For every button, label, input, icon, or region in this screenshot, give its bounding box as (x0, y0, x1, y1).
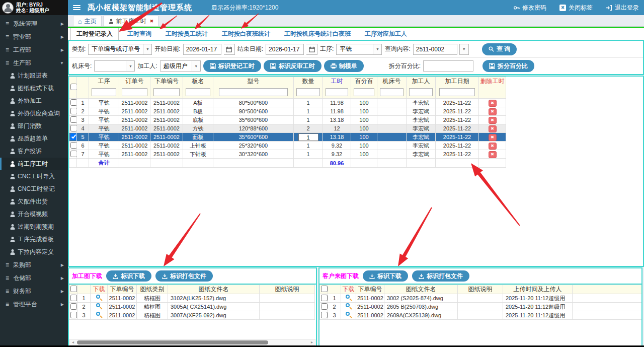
column-filter-input[interactable] (122, 88, 147, 96)
select-all-checkbox[interactable] (70, 84, 77, 90)
sidebar-item[interactable]: ≡ 开合模视频 (0, 208, 68, 221)
sidebar-item[interactable]: ≡ 工序完成看板 (0, 233, 68, 246)
download-marked-button[interactable]: 标识下载 (106, 270, 151, 282)
package-marked-button[interactable]: 标识打包文件 (155, 270, 213, 282)
preview-magnifier-icon[interactable] (96, 303, 102, 309)
row-checkbox[interactable] (321, 312, 328, 318)
sidebar-item[interactable]: ≡ 外协供应商查询 (0, 107, 68, 120)
subtab[interactable]: 工时按机床号统计白夜班 (279, 28, 356, 40)
file-row[interactable]: 3 2511-0002 精框图 3007A(XF25-092).dwg (69, 311, 315, 320)
column-filter-input[interactable] (219, 88, 287, 96)
table-row[interactable]: 2 平铣 2511-0002 2511-0002 B板 90*500*600 1… (69, 107, 506, 116)
row-checkbox[interactable] (70, 312, 77, 318)
sidebar-item[interactable]: ≡ 采购部 ▶ (0, 258, 68, 271)
row-checkbox[interactable] (321, 295, 328, 301)
row-checkbox[interactable] (70, 142, 77, 149)
column-filter-input[interactable] (409, 88, 433, 96)
column-filter-input[interactable] (326, 88, 348, 96)
delete-row-button[interactable]: ✖ (489, 151, 497, 158)
download-marked-button[interactable]: 标识下载 (363, 270, 408, 282)
column-filter-input[interactable] (92, 88, 116, 96)
column-filter-input[interactable] (354, 88, 374, 96)
sidebar-item[interactable]: ≡ 客户投诉 (0, 145, 68, 158)
query-content-dropdown[interactable]: ▼ (459, 44, 469, 55)
calendar-icon[interactable] (224, 44, 235, 55)
mold-sheet-button[interactable]: 制模单 (324, 60, 364, 72)
logout-link[interactable]: 退出登录 (606, 4, 639, 12)
end-date-input[interactable] (266, 44, 304, 55)
sidebar-item[interactable]: ≡ 工程部 ▶ (0, 43, 68, 56)
row-checkbox[interactable] (70, 151, 77, 157)
delete-row-button[interactable]: ✖ (489, 108, 497, 115)
sidebar-item[interactable]: ≡ 管理平台 ▶ (0, 298, 68, 311)
sidebar-item[interactable]: ≡ 图纸程式下载 (0, 82, 68, 95)
sidebar-item[interactable]: ≡ 下拉内容定义 (0, 246, 68, 258)
tab-home[interactable]: ⌂ 主页 (73, 16, 102, 26)
table-row[interactable]: 1 平铣 2511-0002 2511-0002 A板 80*500*600 1… (69, 99, 506, 107)
subtab[interactable]: 工序对应加工人 (359, 28, 413, 40)
select-all-checkbox[interactable] (321, 286, 328, 292)
table-row[interactable]: 4 平铣 2511-0002 2511-0002 方铁 120*88*600 2… (69, 124, 506, 133)
scroll-right-icon[interactable]: ► (309, 339, 315, 345)
preview-magnifier-icon[interactable] (346, 303, 352, 309)
sidebar-item[interactable]: ≡ 财务部 ▶ (0, 285, 68, 298)
file-row[interactable]: 1 2511-0002 3002 (S2025-874).dwg 2025-11… (320, 294, 642, 303)
sidebar-item[interactable]: ≡ 前工序工时 (0, 158, 68, 170)
delete-row-button[interactable]: ✖ (489, 125, 497, 132)
sidebar-item[interactable]: ≡ 部门消数 (0, 120, 68, 132)
file-row[interactable]: 2 2511-0002 2605 B(250703).dwg 2025-11-2… (320, 303, 642, 311)
file-row[interactable]: 3 2511-0002 2609A(CX25139).dwg 2025-11-2… (320, 311, 642, 320)
column-filter-input[interactable] (439, 88, 475, 96)
row-checkbox[interactable] (70, 295, 77, 301)
category-select[interactable]: 下单编号或订单号 ▼ (88, 44, 152, 55)
sidebar-item[interactable]: ≡ 欠配件出货 (0, 195, 68, 208)
calendar-icon[interactable] (306, 44, 317, 55)
machine-select[interactable]: ▼ (94, 60, 135, 72)
preview-magnifier-icon[interactable] (346, 312, 352, 318)
table-row[interactable]: 5 平铣 2511-0002 2511-0002 面板 35*600*600 1… (69, 133, 506, 142)
start-date-input[interactable] (183, 44, 221, 55)
sidebar-item[interactable]: ≡ 外协加工 (0, 95, 68, 107)
row-checkbox[interactable] (70, 133, 77, 140)
column-filter-input[interactable] (380, 88, 404, 96)
subtab[interactable]: 工时按员工统计 (160, 28, 213, 40)
preview-magnifier-icon[interactable] (96, 295, 102, 301)
sidebar-item[interactable]: ≡ 过期到期预期 (0, 221, 68, 233)
subtab[interactable]: 工时按白夜班统计 (216, 28, 276, 40)
sidebar-item[interactable]: ≡ CNC工时登记 (0, 183, 68, 195)
column-filter-input[interactable] (153, 88, 180, 96)
delete-row-button[interactable]: ✖ (489, 100, 497, 107)
sidebar-item[interactable]: ≡ CNC工时导入 (0, 170, 68, 183)
table-row[interactable]: 7 平铣 2511-0002 2511-0002 下针板 30*320*600 … (69, 150, 506, 159)
table-row[interactable]: 3 平铣 2511-0002 2511-0002 底板 35*600*600 1… (69, 116, 506, 124)
split-percent-button[interactable]: 拆分百分比 (482, 60, 534, 72)
reverse-audit-button[interactable]: 标识反审工时 (264, 60, 321, 72)
row-checkbox[interactable] (70, 116, 77, 123)
process-select[interactable]: 平铣 ▼ (336, 44, 382, 55)
preview-magnifier-icon[interactable] (346, 295, 352, 301)
delete-row-button[interactable]: ✖ (489, 143, 497, 150)
sidebar-item[interactable]: ≡ 仓储部 ▶ (0, 271, 68, 285)
package-marked-button[interactable]: 标识打包文件 (412, 270, 469, 282)
preview-magnifier-icon[interactable] (96, 312, 102, 318)
tab-current-page[interactable]: 前工序工时 ✖ (103, 16, 159, 26)
row-checkbox[interactable] (70, 99, 77, 106)
horizontal-scrollbar[interactable]: ◄ ► (69, 339, 315, 345)
close-tabs-link[interactable]: ✖ 关闭标签 (559, 4, 593, 12)
worker-select[interactable]: 超级用户 ▼ (160, 60, 201, 72)
scrollbar-thumb[interactable] (77, 340, 268, 344)
sidebar-item[interactable]: ≡ 系统管理 ▶ (0, 17, 68, 30)
scroll-left-icon[interactable]: ◄ (70, 339, 76, 345)
file-row[interactable]: 1 2511-0002 精框图 3102A(LK25-152).dwg (69, 294, 315, 303)
row-checkbox[interactable] (321, 303, 328, 310)
sidebar-item[interactable]: ≡ 品质超差单 (0, 132, 68, 145)
split-percent-input[interactable] (423, 60, 473, 72)
column-filter-input[interactable] (186, 88, 210, 96)
hamburger-menu-icon[interactable] (73, 5, 80, 10)
sidebar-item[interactable]: ≡ 计划跟进表 (0, 70, 68, 82)
select-all-checkbox[interactable] (70, 286, 77, 292)
tab-close-icon[interactable]: ✖ (150, 19, 154, 24)
change-password-link[interactable]: 修改密码 (513, 4, 546, 12)
row-checkbox[interactable] (70, 303, 77, 310)
column-filter-input[interactable] (296, 88, 320, 96)
